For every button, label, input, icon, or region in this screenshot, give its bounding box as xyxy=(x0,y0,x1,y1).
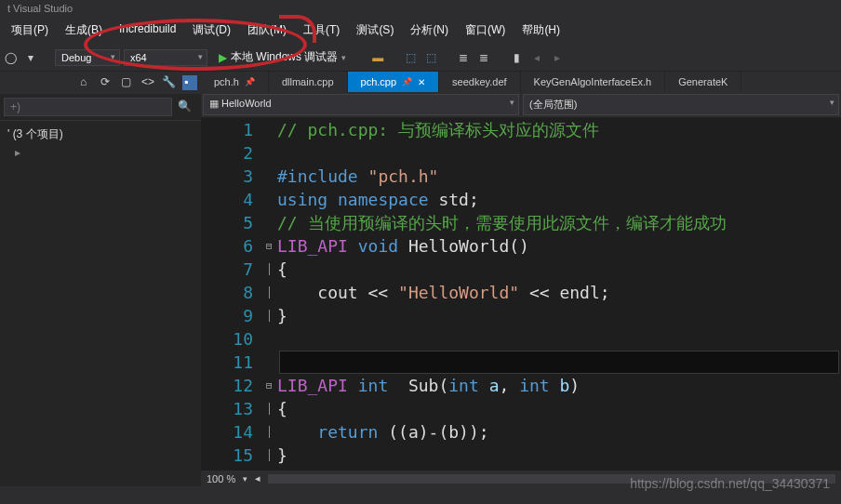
code-line[interactable]: 9│} xyxy=(201,304,841,327)
fold-icon[interactable] xyxy=(266,141,277,165)
tab[interactable]: pch.cpp📌✕ xyxy=(348,72,440,92)
menu-item[interactable]: 生成(B) xyxy=(58,19,110,42)
code-icon[interactable]: <> xyxy=(141,75,156,90)
tab[interactable]: seedkey.def xyxy=(439,72,521,92)
pin-icon[interactable]: 📌 xyxy=(402,77,412,86)
fold-icon[interactable]: │ xyxy=(266,258,277,281)
code-line[interactable]: 10 xyxy=(201,327,841,351)
tree-root[interactable]: ' (3 个项目) xyxy=(6,125,195,144)
sidebar-search: 🔍 xyxy=(0,94,201,121)
fold-icon[interactable]: │ xyxy=(266,304,277,327)
code-text: // pch.cpp: 与预编译标头对应的源文件 xyxy=(277,118,599,141)
fold-icon[interactable]: ⊟ xyxy=(266,374,277,397)
code-line[interactable]: 4using namespace std; xyxy=(201,188,841,211)
line-number: 15 xyxy=(201,444,266,467)
tool-icon-4[interactable]: ◂ xyxy=(528,49,545,66)
menu-item[interactable]: 工具(T) xyxy=(296,19,347,42)
tab-label: KeyGenAlgoInterfaceEx.h xyxy=(534,76,652,87)
tool-icon-3[interactable]: ⬚ xyxy=(422,49,439,66)
tree-item[interactable]: ▸ xyxy=(6,144,195,161)
code-line[interactable]: 2 xyxy=(201,141,841,165)
config-dropdown[interactable]: Debug xyxy=(55,49,120,66)
tab[interactable]: dllmain.cpp xyxy=(269,72,348,92)
tab[interactable]: GenerateK xyxy=(665,72,741,92)
line-number: 12 xyxy=(201,374,266,397)
search-input[interactable] xyxy=(4,98,172,116)
tab-label: pch.cpp xyxy=(361,76,397,87)
fold-icon[interactable] xyxy=(266,327,277,351)
search-icon[interactable]: 🔍 xyxy=(172,98,197,116)
code-line[interactable]: 5// 当使用预编译的头时，需要使用此源文件，编译才能成功 xyxy=(201,211,841,234)
code-line[interactable]: 6⊟LIB_API void HelloWorld() xyxy=(201,234,841,258)
code-text: } xyxy=(277,304,287,327)
fold-icon[interactable]: │ xyxy=(266,420,277,444)
fold-icon[interactable] xyxy=(266,118,277,141)
tab[interactable]: pch.h📌 xyxy=(201,72,269,92)
nav-scope-right[interactable]: (全局范围) xyxy=(523,94,839,115)
menu-item[interactable]: Incredibuild xyxy=(112,19,183,42)
menu-item[interactable]: 团队(M) xyxy=(240,19,294,42)
pin-icon[interactable]: 📌 xyxy=(245,77,255,86)
close-icon[interactable]: ✕ xyxy=(418,77,425,87)
fold-icon[interactable]: │ xyxy=(266,444,277,467)
tool-icon-1[interactable]: ▬ xyxy=(369,49,386,66)
tab[interactable]: KeyGenAlgoInterfaceEx.h xyxy=(521,72,666,92)
indent-icon[interactable]: ≣ xyxy=(455,49,472,66)
code-line[interactable]: 7│{ xyxy=(201,258,841,281)
code-line[interactable]: 14│ return ((a)-(b)); xyxy=(201,420,841,444)
nav-bar: ▦ HelloWorld (全局范围) xyxy=(201,92,841,118)
platform-dropdown[interactable]: x64 xyxy=(124,49,207,66)
menu-item[interactable]: 项目(P) xyxy=(4,19,56,42)
code-line[interactable]: 1// pch.cpp: 与预编译标头对应的源文件 xyxy=(201,118,841,141)
tool-icon-5[interactable]: ▸ xyxy=(549,49,566,66)
refresh-icon[interactable]: ⟳ xyxy=(100,75,115,90)
fold-icon[interactable] xyxy=(266,211,277,234)
code-line[interactable]: 8│ cout << "HelloWorld" << endl; xyxy=(201,281,841,304)
menu-item[interactable]: 分析(N) xyxy=(403,19,456,42)
fold-icon[interactable]: ⊟ xyxy=(266,234,277,258)
zoom-level[interactable]: 100 % xyxy=(207,473,235,484)
menu-item[interactable]: 窗口(W) xyxy=(458,19,513,42)
cursor-line[interactable] xyxy=(279,351,839,374)
bookmark-icon[interactable]: ▮ xyxy=(508,49,525,66)
debugger-label: 本地 Windows 调试器 xyxy=(231,49,338,65)
code-text: using namespace std; xyxy=(277,188,479,211)
toolbar: ◯ ▾ Debug x64 ▶ 本地 Windows 调试器 ▾ ▬ ⬚ ⬚ ≣… xyxy=(0,44,841,72)
fold-icon[interactable] xyxy=(266,351,277,374)
code-line[interactable]: 12⊟LIB_API int Sub(int a, int b) xyxy=(201,374,841,397)
code-line[interactable]: 11 xyxy=(201,351,841,374)
code-line[interactable]: 3#include "pch.h" xyxy=(201,165,841,188)
code-text: } xyxy=(277,444,287,467)
fold-icon[interactable] xyxy=(266,165,277,188)
menu-item[interactable]: 测试(S) xyxy=(349,19,401,42)
zoom-chevron-icon[interactable]: ▾ xyxy=(243,474,247,484)
forward-icon[interactable]: ▾ xyxy=(22,49,39,66)
tool-icon-2[interactable]: ⬚ xyxy=(402,49,419,66)
menu-item[interactable]: 调试(D) xyxy=(185,19,238,42)
fold-icon[interactable]: │ xyxy=(266,397,277,420)
line-number: 3 xyxy=(201,165,266,188)
outdent-icon[interactable]: ≣ xyxy=(475,49,492,66)
line-number: 4 xyxy=(201,188,266,211)
title-bar: t Visual Studio xyxy=(0,0,841,17)
props-icon[interactable]: ▪ xyxy=(182,75,197,90)
menu-item[interactable]: 帮助(H) xyxy=(514,19,567,42)
start-debug-button[interactable]: ▶ 本地 Windows 调试器 ▾ xyxy=(211,47,354,67)
box-icon[interactable]: ▢ xyxy=(121,75,136,90)
code-line[interactable]: 13│{ xyxy=(201,397,841,420)
file-icon: ▦ xyxy=(209,98,221,109)
home-icon[interactable]: ⌂ xyxy=(80,75,95,90)
nav-scope-left[interactable]: ▦ HelloWorld xyxy=(203,94,519,115)
code-text: LIB_API void HelloWorld() xyxy=(277,234,529,258)
solution-tree[interactable]: ' (3 个项目) ▸ xyxy=(0,121,201,165)
code-line[interactable]: 15│} xyxy=(201,444,841,467)
wrench-icon[interactable]: 🔧 xyxy=(162,75,177,90)
fold-icon[interactable]: │ xyxy=(266,281,277,304)
code-editor[interactable]: 1// pch.cpp: 与预编译标头对应的源文件23#include "pch… xyxy=(201,118,841,471)
fold-icon[interactable] xyxy=(266,188,277,211)
line-number: 2 xyxy=(201,141,266,165)
code-text: cout << "HelloWorld" << endl; xyxy=(277,281,610,304)
tab-label: pch.h xyxy=(214,76,239,87)
back-icon[interactable]: ◯ xyxy=(2,49,19,66)
scroll-left-icon[interactable]: ◂ xyxy=(255,472,260,484)
